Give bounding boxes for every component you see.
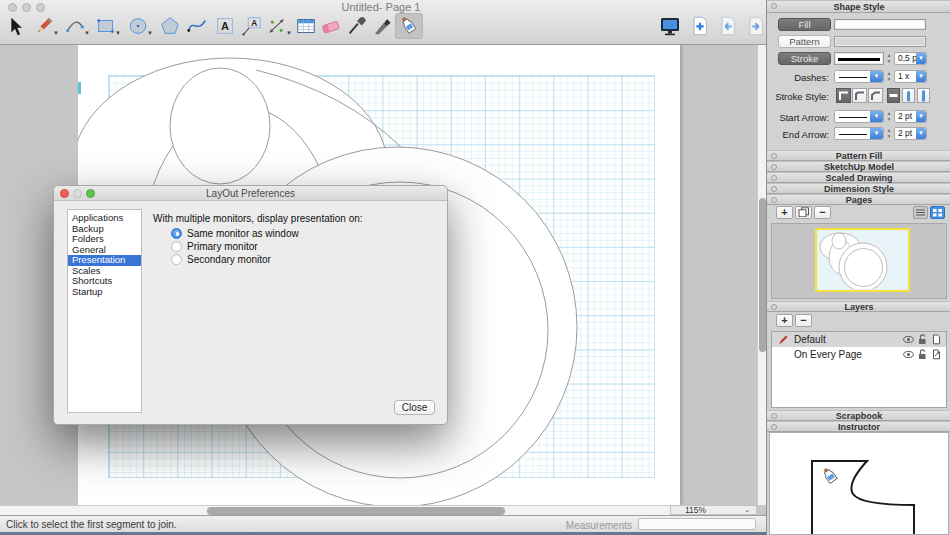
duplicate-page-button[interactable] bbox=[795, 206, 812, 219]
line-tool-dropdown[interactable]: ▼ bbox=[52, 29, 60, 37]
shape-style-header[interactable]: Shape Style bbox=[767, 0, 950, 13]
cap-round-button[interactable] bbox=[902, 88, 915, 103]
ellipse-small-top[interactable] bbox=[170, 68, 270, 184]
text-tool[interactable]: A bbox=[213, 13, 237, 39]
scaled-drawing-header[interactable]: Scaled Drawing bbox=[767, 172, 950, 183]
measurements-input[interactable] bbox=[638, 518, 756, 530]
add-page-panel-button[interactable]: + bbox=[776, 206, 793, 219]
pattern-well[interactable] bbox=[834, 36, 926, 47]
fill-color-well[interactable] bbox=[834, 19, 926, 30]
dimension-tool-dropdown[interactable]: ▼ bbox=[285, 29, 293, 37]
polygon-tool[interactable] bbox=[158, 13, 182, 39]
table-icon bbox=[295, 15, 317, 37]
horizontal-scrollbar-thumb[interactable] bbox=[207, 507, 505, 515]
disclosure-dot-icon bbox=[771, 304, 777, 310]
stroke-width-stepper[interactable]: ▲▼ bbox=[885, 52, 893, 65]
next-page-button[interactable] bbox=[744, 13, 768, 39]
join-tool[interactable] bbox=[395, 13, 423, 39]
window-close-button[interactable] bbox=[8, 3, 17, 12]
start-arrow-size-dropdown[interactable]: 2 pt▼ bbox=[894, 110, 927, 123]
pattern-button[interactable]: Pattern bbox=[778, 35, 831, 48]
fill-button[interactable]: Fill bbox=[778, 18, 831, 31]
pref-item-folders[interactable]: Folders bbox=[68, 234, 141, 245]
join-miter-button[interactable] bbox=[836, 88, 851, 103]
end-arrow-dropdown[interactable]: ▼ bbox=[834, 127, 884, 140]
cursor-icon bbox=[4, 15, 26, 37]
layer-lock-icon[interactable] bbox=[917, 349, 928, 360]
pattern-fill-header[interactable]: Pattern Fill bbox=[767, 150, 950, 161]
cap-butt-button[interactable] bbox=[887, 88, 900, 103]
scrapbook-header[interactable]: Scrapbook bbox=[767, 410, 950, 421]
dashes-dropdown[interactable]: ▼ bbox=[834, 70, 884, 83]
join-bevel-button[interactable] bbox=[868, 88, 883, 103]
start-presentation-button[interactable] bbox=[658, 13, 682, 39]
add-layer-button[interactable]: + bbox=[776, 314, 793, 327]
add-page-button[interactable] bbox=[688, 13, 712, 39]
start-arrow-stepper[interactable]: ▲▼ bbox=[885, 110, 893, 123]
dialog-titlebar[interactable]: LayOut Preferences bbox=[54, 186, 447, 201]
delete-page-button[interactable]: − bbox=[814, 206, 831, 219]
stroke-preview-well[interactable] bbox=[834, 52, 884, 65]
dashes-stepper[interactable]: ▲▼ bbox=[885, 70, 893, 83]
window-zoom-button[interactable] bbox=[36, 3, 45, 12]
layer-page-icon[interactable] bbox=[931, 334, 942, 345]
window-minimize-button[interactable] bbox=[22, 3, 31, 12]
select-tool[interactable] bbox=[3, 13, 27, 39]
pages-list-area bbox=[771, 223, 947, 299]
radio-row-primary-monitor[interactable]: Primary monitor bbox=[171, 240, 258, 252]
stroke-line-swatch bbox=[838, 58, 880, 61]
delete-layer-button[interactable]: − bbox=[795, 314, 812, 327]
instructor-header[interactable]: Instructor bbox=[767, 421, 950, 432]
grid-view-icon bbox=[931, 207, 944, 218]
layer-shared-page-icon[interactable] bbox=[931, 349, 942, 360]
radio-row-secondary-monitor[interactable]: Secondary monitor bbox=[171, 253, 271, 265]
start-arrow-dropdown[interactable]: ▼ bbox=[834, 110, 884, 123]
layer-lock-icon[interactable] bbox=[917, 334, 928, 345]
disclosure-dot-icon bbox=[771, 175, 777, 181]
eyedropper-tool[interactable] bbox=[345, 13, 369, 39]
stroke-width-dropdown[interactable]: 0,5 pt▼ bbox=[894, 52, 927, 65]
circle-tool-dropdown[interactable]: ▼ bbox=[146, 29, 154, 37]
pages-header[interactable]: Pages bbox=[767, 194, 950, 205]
layer-name: Default bbox=[794, 332, 826, 347]
arc-tool-dropdown[interactable]: ▼ bbox=[83, 29, 91, 37]
cap-square-button[interactable] bbox=[917, 88, 930, 103]
zoom-level-control[interactable]: 115%⌄ bbox=[670, 505, 757, 515]
page-grid-view-button[interactable] bbox=[930, 206, 945, 219]
layer-visibility-icon[interactable] bbox=[903, 349, 914, 360]
previous-page-button[interactable] bbox=[716, 13, 740, 39]
dashes-scale-dropdown[interactable]: 1 x▼ bbox=[894, 70, 927, 83]
end-arrow-stepper[interactable]: ▲▼ bbox=[885, 127, 893, 140]
pref-item-presentation[interactable]: Presentation bbox=[68, 255, 141, 266]
end-arrow-size-dropdown[interactable]: 2 pt▼ bbox=[894, 127, 927, 140]
page-thumbnail[interactable] bbox=[815, 228, 910, 292]
stroke-button[interactable]: Stroke bbox=[778, 52, 831, 65]
eraser-tool[interactable] bbox=[319, 13, 343, 39]
pref-item-shortcuts[interactable]: Shortcuts bbox=[68, 276, 141, 287]
join-round-button[interactable] bbox=[852, 88, 867, 103]
pref-item-startup[interactable]: Startup bbox=[68, 287, 141, 298]
page-list-view-button[interactable] bbox=[913, 206, 928, 219]
radio-unselected-icon[interactable] bbox=[171, 254, 182, 265]
freehand-tool[interactable] bbox=[185, 13, 209, 39]
dimension-style-header[interactable]: Dimension Style bbox=[767, 183, 950, 194]
radio-unselected-icon[interactable] bbox=[171, 241, 182, 252]
layers-header[interactable]: Layers bbox=[767, 301, 950, 312]
table-tool[interactable] bbox=[294, 13, 318, 39]
horizontal-scrollbar[interactable] bbox=[0, 505, 670, 515]
sketchup-model-header[interactable]: SketchUp Model bbox=[767, 161, 950, 172]
layer-visibility-icon[interactable] bbox=[903, 334, 914, 345]
label-tool[interactable]: A bbox=[239, 13, 263, 39]
layer-row-on-every-page[interactable]: On Every Page bbox=[772, 347, 946, 362]
rectangle-tool-dropdown[interactable]: ▼ bbox=[114, 29, 122, 37]
radio-selected-icon[interactable] bbox=[171, 228, 182, 239]
measurements-label: Measurements bbox=[558, 520, 632, 531]
vertical-scrollbar[interactable] bbox=[757, 45, 766, 505]
vertical-scrollbar-thumb[interactable] bbox=[759, 198, 766, 352]
polygon-icon bbox=[159, 15, 181, 37]
style-tool[interactable] bbox=[371, 13, 395, 39]
close-button[interactable]: Close bbox=[394, 400, 435, 415]
pref-item-applications[interactable]: Applications bbox=[68, 213, 141, 224]
layer-row-default[interactable]: Default bbox=[772, 332, 946, 347]
radio-row-same-monitor[interactable]: Same monitor as window bbox=[171, 227, 299, 239]
